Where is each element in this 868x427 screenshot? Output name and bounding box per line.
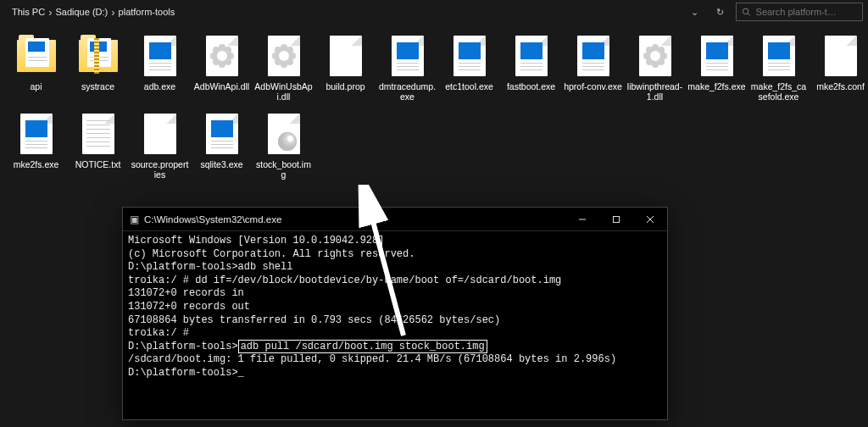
file-type-icon <box>326 32 365 80</box>
file-type-icon <box>512 32 551 80</box>
file-label: systrace <box>81 81 114 92</box>
file-type-icon <box>821 32 860 80</box>
file-label: etc1tool.exe <box>445 81 493 92</box>
file-item[interactable]: hprof-conv.exe <box>562 29 624 103</box>
minimize-button[interactable] <box>565 208 599 231</box>
file-item[interactable]: api <box>5 29 67 103</box>
file-item[interactable]: mke2fs.exe <box>5 107 67 181</box>
file-label: adb.exe <box>144 81 175 92</box>
file-type-icon <box>17 32 56 80</box>
search-icon <box>742 7 751 17</box>
file-label: make_f2fs_casefold.exe <box>749 81 808 102</box>
file-item[interactable]: AdbWinApi.dll <box>191 29 253 103</box>
file-label: build.prop <box>326 81 364 92</box>
file-type-icon <box>79 110 118 158</box>
file-label: make_f2fs.exe <box>687 81 745 92</box>
refresh-button[interactable]: ↻ <box>709 3 731 21</box>
search-box[interactable] <box>736 3 863 21</box>
file-item[interactable]: AdbWinUsbApi.dll <box>253 29 314 103</box>
breadcrumb[interactable]: This PCSadique (D:)platform-tools <box>5 3 678 21</box>
file-label: libwinpthread-1.dll <box>626 81 684 102</box>
file-item[interactable]: stock_boot.img <box>253 107 314 181</box>
cmd-prompt[interactable]: D:\platform-tools>_ <box>128 367 662 380</box>
breadcrumb-item[interactable]: platform-tools <box>119 7 175 17</box>
file-item[interactable]: sqlite3.exe <box>191 107 253 181</box>
file-type-icon <box>760 32 798 80</box>
close-button[interactable] <box>633 208 667 231</box>
cmd-line: /sdcard/boot.img: 1 file pulled, 0 skipp… <box>128 353 662 367</box>
file-type-icon <box>79 32 118 80</box>
file-type-icon <box>141 32 180 80</box>
file-type-icon <box>574 32 613 80</box>
file-item[interactable]: make_f2fs_casefold.exe <box>748 29 810 103</box>
file-type-icon <box>264 110 303 158</box>
file-label: NOTICE.txt <box>75 159 121 169</box>
file-label: source.properties <box>131 159 189 180</box>
svg-line-7 <box>364 190 403 336</box>
file-label: stock_boot.img <box>254 159 313 180</box>
file-type-icon <box>388 32 427 80</box>
file-item[interactable]: source.properties <box>129 107 191 181</box>
file-type-icon <box>203 32 242 80</box>
chevron-right-icon <box>48 6 52 19</box>
file-grid: apisystraceadb.exeAdbWinApi.dllAdbWinUsb… <box>0 24 868 181</box>
file-item[interactable]: libwinpthread-1.dll <box>624 29 686 103</box>
file-label: sqlite3.exe <box>200 159 242 169</box>
annotation-arrow-icon <box>356 185 432 354</box>
maximize-button[interactable] <box>599 208 633 231</box>
file-type-icon <box>636 32 675 80</box>
file-item[interactable]: mke2fs.conf <box>810 29 868 103</box>
breadcrumb-item[interactable]: Sadique (D:) <box>55 7 108 17</box>
svg-point-0 <box>743 8 748 14</box>
file-item[interactable]: build.prop <box>314 29 376 103</box>
file-item[interactable]: dmtracedump.exe <box>376 29 438 103</box>
file-label: dmtracedump.exe <box>378 81 437 102</box>
svg-rect-3 <box>614 216 620 222</box>
file-item[interactable]: etc1tool.exe <box>438 29 500 103</box>
file-label: AdbWinApi.dll <box>194 81 249 92</box>
file-label: api <box>30 81 42 92</box>
file-label: AdbWinUsbApi.dll <box>254 81 313 102</box>
file-label: mke2fs.exe <box>14 159 59 169</box>
file-label: hprof-conv.exe <box>564 81 622 92</box>
file-label: mke2fs.conf <box>816 81 865 92</box>
file-type-icon <box>141 110 180 158</box>
file-type-icon <box>203 110 242 158</box>
file-type-icon <box>17 110 56 158</box>
search-input[interactable] <box>756 7 857 17</box>
file-item[interactable]: NOTICE.txt <box>67 107 129 181</box>
cmd-title: C:\Windows\System32\cmd.exe <box>144 214 565 225</box>
file-item[interactable]: systrace <box>67 29 129 103</box>
breadcrumb-item[interactable]: This PC <box>12 7 45 17</box>
cmd-icon: ▣ <box>130 214 139 225</box>
file-type-icon <box>450 32 489 80</box>
file-item[interactable]: make_f2fs.exe <box>686 29 748 103</box>
file-type-icon <box>264 32 303 80</box>
breadcrumb-history-dropdown[interactable]: ⌄ <box>683 3 705 21</box>
file-item[interactable]: fastboot.exe <box>500 29 562 103</box>
svg-line-1 <box>748 14 750 16</box>
file-item[interactable]: adb.exe <box>129 29 191 103</box>
chevron-right-icon <box>111 6 114 19</box>
file-label: fastboot.exe <box>507 81 555 92</box>
file-type-icon <box>698 32 737 80</box>
